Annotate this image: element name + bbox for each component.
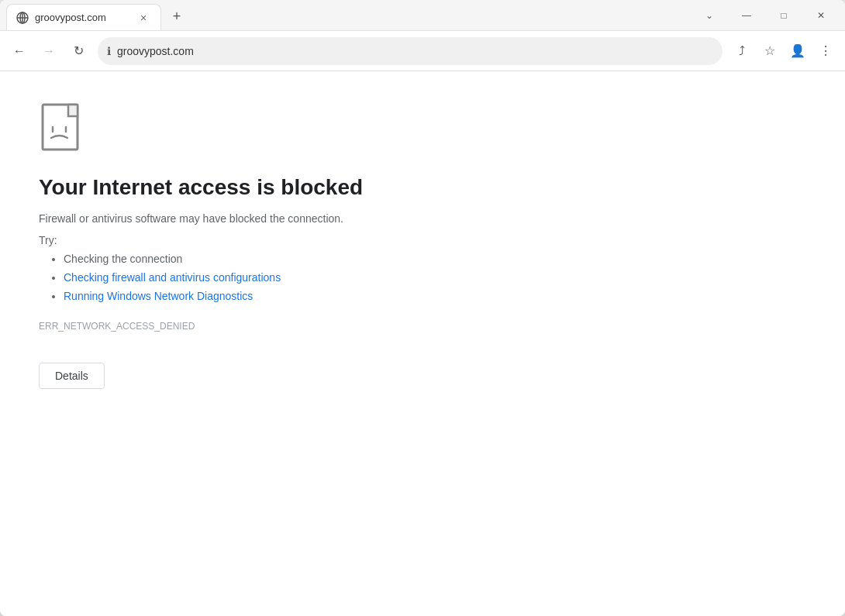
url-bar[interactable]: ℹ groovypost.com [98,37,723,65]
tab-favicon [16,12,29,24]
suggestion-text-1: Checking the connection [64,253,182,265]
page-content: Your Internet access is blocked Firewall… [0,71,845,616]
error-subtitle: Firewall or antivirus software may have … [39,212,806,225]
active-tab[interactable]: groovypost.com × [6,4,161,30]
bookmark-button[interactable]: ☆ [757,38,783,64]
window-controls: ⌄ — □ ✕ [692,3,845,28]
list-item: Checking the connection [64,253,806,265]
url-text: groovypost.com [117,45,713,57]
tab-title: groovypost.com [35,12,129,23]
profile-button[interactable]: 👤 [785,38,811,64]
minimize-button[interactable]: — [729,3,764,28]
list-item: Checking firewall and antivirus configur… [64,271,806,284]
suggestion-link-2[interactable]: Checking firewall and antivirus configur… [64,271,281,284]
details-button[interactable]: Details [39,363,105,389]
suggestion-link-3[interactable]: Running Windows Network Diagnostics [64,290,253,302]
title-bar: groovypost.com × + ⌄ — □ ✕ [0,0,845,31]
suggestions-list: Checking the connection Checking firewal… [39,253,806,302]
browser-window: groovypost.com × + ⌄ — □ ✕ ← → ↻ ℹ groov… [0,0,845,616]
toolbar-icons: ⤴ ☆ 👤 ⋮ [729,38,839,64]
tab-close-button[interactable]: × [136,10,151,26]
address-bar: ← → ↻ ℹ groovypost.com ⤴ ☆ 👤 ⋮ [0,31,845,71]
vertical-dots-button[interactable]: ⌄ [692,3,727,28]
maximize-button[interactable]: □ [766,3,802,28]
error-icon [39,102,93,157]
error-title: Your Internet access is blocked [39,175,806,200]
close-button[interactable]: ✕ [803,3,839,28]
error-code: ERR_NETWORK_ACCESS_DENIED [39,321,806,332]
refresh-button[interactable]: ↻ [65,38,91,64]
back-button[interactable]: ← [6,38,33,64]
new-tab-button[interactable]: + [164,4,189,29]
tabs-area: groovypost.com × + [0,0,692,30]
security-info-icon[interactable]: ℹ [107,45,111,57]
forward-button[interactable]: → [36,38,62,64]
try-label: Try: [39,234,806,246]
menu-button[interactable]: ⋮ [812,38,839,64]
list-item: Running Windows Network Diagnostics [64,290,806,302]
share-button[interactable]: ⤴ [729,38,755,64]
